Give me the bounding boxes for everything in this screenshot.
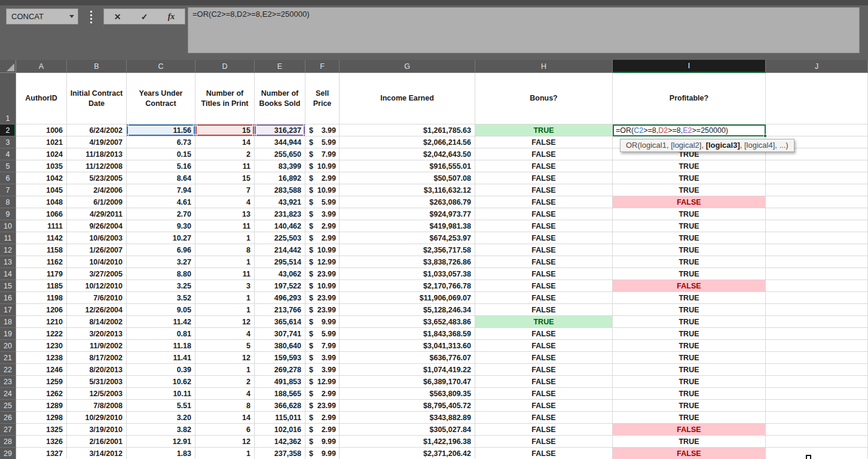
cell-B16[interactable]: 7/6/2010 [67,292,127,304]
cell-C10[interactable]: 9.30 [127,220,195,232]
cell-J20[interactable] [766,340,868,352]
cell-I24[interactable]: TRUE [613,388,766,400]
cell-B3[interactable]: 4/19/2007 [67,136,127,148]
cell-F9[interactable]: $3.99 [305,208,340,220]
cell-D16[interactable]: 1 [195,292,255,304]
cell-E13[interactable]: 295,514 [255,256,305,268]
cell-H29[interactable]: FALSE [475,448,613,459]
cell-J16[interactable] [766,292,868,304]
cell-B18[interactable]: 8/14/2002 [67,316,127,328]
cell-I8[interactable]: FALSE [613,196,766,208]
cell-F18[interactable]: $9.99 [305,316,340,328]
cell-I18[interactable]: TRUE [613,316,766,328]
cell-H24[interactable]: FALSE [475,388,613,400]
cell-F17[interactable]: $23.99 [305,304,340,316]
cell-G2[interactable]: $1,261,785.63 [340,124,475,136]
cell-I6[interactable]: TRUE [613,172,766,184]
cell-G19[interactable]: $1,843,368.59 [340,328,475,340]
cell-H5[interactable]: FALSE [475,160,613,172]
cell-G25[interactable]: $8,795,405.72 [340,400,475,412]
column-header-G[interactable]: G [340,60,475,73]
cell-D17[interactable]: 1 [195,304,255,316]
cell-J29[interactable] [766,448,868,459]
cell-C28[interactable]: 12.91 [127,436,195,448]
cell-E20[interactable]: 380,640 [255,340,305,352]
cell-B7[interactable]: 2/4/2006 [67,184,127,196]
cell-I29[interactable]: FALSE [613,448,766,459]
cell-C17[interactable]: 9.05 [127,304,195,316]
cell-A6[interactable]: 1042 [16,172,67,184]
cell-F28[interactable]: $9.99 [305,436,340,448]
cell-F2[interactable]: $3.99 [305,124,340,136]
cell-C9[interactable]: 2.70 [127,208,195,220]
cell-G4[interactable]: $2,042,643.50 [340,148,475,160]
cell-J7[interactable] [766,184,868,196]
cell-B25[interactable]: 7/8/2008 [67,400,127,412]
cell-A28[interactable]: 1326 [16,436,67,448]
cell-G20[interactable]: $3,041,313.60 [340,340,475,352]
cell-G16[interactable]: $11,906,069.07 [340,292,475,304]
cell-F19[interactable]: $5.99 [305,328,340,340]
cell-D22[interactable]: 1 [195,364,255,376]
cell-B4[interactable]: 11/18/2013 [67,148,127,160]
cell-H19[interactable]: FALSE [475,328,613,340]
cell-C6[interactable]: 8.64 [127,172,195,184]
cell-J14[interactable] [766,268,868,280]
cell-E5[interactable]: 83,399 [255,160,305,172]
cell-I22[interactable]: TRUE [613,364,766,376]
row-header-6[interactable]: 6 [0,172,16,184]
insert-function-icon[interactable]: fx [168,12,175,22]
cell-I9[interactable]: TRUE [613,208,766,220]
cell-G29[interactable]: $2,371,206.42 [340,448,475,459]
cell-E3[interactable]: 344,944 [255,136,305,148]
cell-A7[interactable]: 1045 [16,184,67,196]
cell-I16[interactable]: TRUE [613,292,766,304]
cell-D24[interactable]: 4 [195,388,255,400]
cell-F20[interactable]: $7.99 [305,340,340,352]
cell-G12[interactable]: $2,356,717.58 [340,244,475,256]
cell-C8[interactable]: 4.61 [127,196,195,208]
cell-H3[interactable]: FALSE [475,136,613,148]
row-header-15[interactable]: 15 [0,280,16,292]
cell-B23[interactable]: 5/31/2003 [67,376,127,388]
cell-I11[interactable]: TRUE [613,232,766,244]
cell-A9[interactable]: 1066 [16,208,67,220]
cell-C23[interactable]: 10.62 [127,376,195,388]
cell-J17[interactable] [766,304,868,316]
cell-G5[interactable]: $916,555.01 [340,160,475,172]
cell-A29[interactable]: 1327 [16,448,67,459]
cell-D10[interactable]: 11 [195,220,255,232]
cell-A23[interactable]: 1259 [16,376,67,388]
cell-E15[interactable]: 197,522 [255,280,305,292]
row-header-14[interactable]: 14 [0,268,16,280]
cell-E29[interactable]: 237,358 [255,448,305,459]
cell-D2[interactable]: 15 [195,124,255,136]
cell-I13[interactable]: TRUE [613,256,766,268]
cell-I25[interactable]: TRUE [613,400,766,412]
cell-F5[interactable]: $10.99 [305,160,340,172]
cell-H2[interactable]: TRUE [475,124,613,136]
cell-C3[interactable]: 6.73 [127,136,195,148]
cell-E19[interactable]: 307,741 [255,328,305,340]
cell-H8[interactable]: FALSE [475,196,613,208]
cell-A11[interactable]: 1142 [16,232,67,244]
cell-B1[interactable]: Initial Contract Date [67,73,127,124]
row-header-9[interactable]: 9 [0,208,16,220]
cell-B15[interactable]: 10/12/2010 [67,280,127,292]
cell-D18[interactable]: 12 [195,316,255,328]
cell-G3[interactable]: $2,066,214.56 [340,136,475,148]
cell-G24[interactable]: $563,809.35 [340,388,475,400]
cell-B19[interactable]: 3/20/2013 [67,328,127,340]
cell-E26[interactable]: 115,011 [255,412,305,424]
cell-F22[interactable]: $3.99 [305,364,340,376]
cell-A17[interactable]: 1206 [16,304,67,316]
cell-B5[interactable]: 11/12/2008 [67,160,127,172]
cell-B2[interactable]: 6/24/2002 [67,124,127,136]
cell-D29[interactable]: 1 [195,448,255,459]
cell-D28[interactable]: 12 [195,436,255,448]
row-header-29[interactable]: 29 [0,448,16,459]
cell-D9[interactable]: 13 [195,208,255,220]
cell-C7[interactable]: 7.94 [127,184,195,196]
cell-F13[interactable]: $12.99 [305,256,340,268]
cell-I1[interactable]: Profitable? [613,73,766,124]
